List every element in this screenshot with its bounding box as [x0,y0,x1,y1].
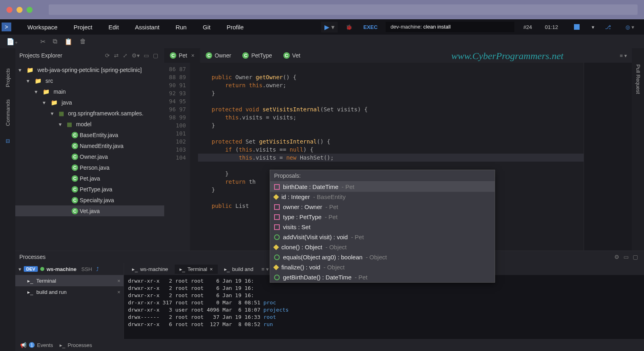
machine-row[interactable]: ▾ DEV ws-machine SSH ⤴ [15,263,124,275]
collapse-icon[interactable]: ⇄ [112,52,121,59]
tree-src[interactable]: ▾📁src [15,75,164,86]
events-count: 1 [29,342,35,348]
tree-file[interactable]: CSpecialty.java [15,195,164,205]
new-file-icon[interactable]: 📄₊ [6,38,18,45]
process-item[interactable]: ▸_Terminal× [15,275,124,286]
proposal-item[interactable]: birthDate : DateTime - Pet [270,182,495,192]
events-button[interactable]: 📢1 Events [20,342,53,348]
watermark-text: www.CyberProgrammers.net [451,51,564,62]
tree-main[interactable]: ▾📁main [15,86,164,97]
class-icon: C [72,186,78,193]
terminal-tab[interactable]: ▸_build and [219,265,258,274]
proposal-item[interactable]: addVisit(Visit visit) : void - Pet [270,232,495,242]
tabs-more-icon[interactable]: ≡ ▾ [615,53,632,59]
class-icon: C [170,52,176,59]
menu-assistant[interactable]: Assistant [127,21,167,34]
run-dropdown[interactable]: ▾ [592,24,594,30]
paste-icon[interactable]: 📋 [64,38,72,45]
pull-request-tab[interactable]: Pull Request [635,64,641,94]
processes-button[interactable]: ▸_Processes [60,342,92,348]
proposal-item[interactable]: visits : Set [270,222,495,232]
processes-settings-icon[interactable]: ⚙ [612,254,621,260]
proposal-item[interactable]: equals(Object arg0) : boolean - Object [270,252,495,262]
proposal-item[interactable]: clone() : Object - Object [270,242,495,252]
statusbar: 📢1 Events ▸_Processes [15,339,644,351]
close-process-icon[interactable]: × [117,278,120,284]
close-window-icon[interactable] [6,7,12,13]
tree-root[interactable]: ▾📁web-java-spring-petclinic [spring-petc… [15,64,164,75]
proposal-item[interactable]: owner : Owner - Pet [270,202,495,212]
proposal-item[interactable]: finalize() : void - Object [270,262,495,272]
class-icon: C [206,52,212,59]
editor-tab-owner[interactable]: COwner [200,48,237,63]
class-icon: C [242,52,249,59]
tree-file[interactable]: CNamedEntity.java [15,140,164,151]
run-button[interactable]: ▶ ▾ [321,22,337,33]
processes-title: Processes [19,254,45,260]
menu-workspace[interactable]: Workspace [19,21,66,34]
projects-tab[interactable]: Projects [5,68,11,87]
menu-run[interactable]: Run [167,21,195,34]
processes-min-icon[interactable]: ▭ [621,254,631,260]
proposal-kind-icon [274,234,280,240]
editor-tab-vet[interactable]: CVet [278,48,306,63]
processes-max-icon[interactable]: ▢ [631,254,640,260]
minimize-window-icon[interactable] [17,7,23,13]
commands-tab[interactable]: Commands [5,99,11,126]
target-icon[interactable]: ◎ ▾ [621,24,638,30]
maximize-window-icon[interactable] [27,7,33,13]
debug-button[interactable]: 🐞 [343,23,355,32]
address-bar[interactable] [49,4,638,15]
settings-icon[interactable]: ⚙▾ [130,52,142,59]
close-panel-icon[interactable]: ▢ [151,52,160,59]
terminal-tab[interactable]: ▸_Terminal× [175,265,218,274]
cut-icon[interactable]: ✂ [40,38,45,45]
proposal-kind-icon [274,214,280,220]
delete-icon[interactable]: 🗑 [80,38,86,45]
proposal-item[interactable]: getBirthDate() : DateTime - Pet [270,272,495,282]
class-icon: C [72,164,78,171]
menu-project[interactable]: Project [66,21,101,34]
machine-name: ws-machine [47,266,76,272]
class-icon: C [72,175,78,182]
stop-button[interactable] [574,24,580,30]
menu-git[interactable]: Git [195,21,219,34]
link-icon[interactable]: ⤢ [121,52,130,59]
terminal-output[interactable]: drwxr-xr-x 2 root root 6 Jan 19 16: drwx… [124,275,644,339]
copy-icon[interactable]: ⧉ [53,38,57,45]
proposal-item[interactable]: id : Integer - BaseEntity [270,192,495,202]
ssh-icon[interactable]: ⤴ [96,266,99,272]
terminal-tab[interactable]: ▸_ws-machine [127,265,173,274]
close-process-icon[interactable]: × [117,289,120,295]
expand-sidebar-button[interactable]: > [2,23,11,31]
git-branch-icon[interactable]: ⎇ [599,24,617,30]
process-item[interactable]: ▸_build and run× [15,286,124,298]
editor-tab-pettype[interactable]: CPetType [237,48,277,63]
tree-file[interactable]: CPerson.java [15,162,164,173]
tree-model[interactable]: ▾▦model [15,119,164,129]
proposal-item[interactable]: type : PetType - Pet [270,212,495,222]
minimize-panel-icon[interactable]: ▭ [142,52,151,59]
tree-file[interactable]: CPetType.java [15,184,164,195]
proposal-kind-icon [273,194,279,199]
editor-tab-pet[interactable]: CPet× [164,48,200,63]
tree-file[interactable]: CVet.java [15,205,164,216]
dev-badge: DEV [24,266,38,272]
tree-java[interactable]: ▾📁java [15,97,164,108]
commands-icon[interactable]: ⊟ [6,138,10,144]
tree-file[interactable]: CBaseEntity.java [15,129,164,140]
edit-toolbar: 📄₊ ✂ ⧉ 📋 🗑 [0,35,644,48]
menu-edit[interactable]: Edit [100,21,127,34]
class-icon: C [283,52,290,59]
tree-package[interactable]: ▾▦org.springframework.samples. [15,108,164,119]
autocomplete-popup: Proposals: birthDate : DateTime - Petid … [270,170,495,283]
close-tab-icon[interactable]: × [191,52,194,59]
close-terminal-icon[interactable]: × [210,266,213,272]
tree-file[interactable]: COwner.java [15,151,164,162]
ssh-label: SSH [81,266,92,272]
tree-file[interactable]: CPet.java [15,173,164,184]
menu-profile[interactable]: Profile [219,21,252,34]
command-field[interactable]: dev-machine: clean install [386,22,514,32]
refresh-icon[interactable]: ⟳ [103,52,112,59]
explorer-title: Projects Explorer [19,52,62,59]
